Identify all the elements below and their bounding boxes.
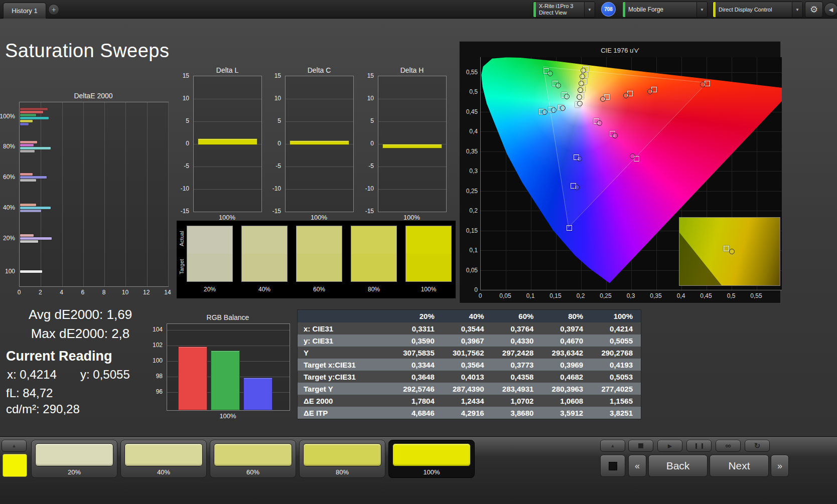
- grid-h: [286, 121, 353, 122]
- cie-xt: 0,55: [750, 292, 762, 299]
- tcell: 20%: [393, 312, 443, 320]
- grid-h: [286, 144, 353, 144]
- ax-x: 10: [122, 289, 128, 296]
- sw-label: 100%: [405, 286, 452, 293]
- deltae2000-y-axis: 100%80%60%40%20%100: [0, 102, 17, 286]
- de-group: [20, 141, 168, 153]
- dylab: 151050-5-10-15: [177, 66, 191, 220]
- table-row: ΔE 20001,78041,24341,07021,06081,1565: [298, 395, 641, 407]
- cie-xt: 0,05: [499, 292, 511, 299]
- settings-gear-button[interactable]: ⚙: [805, 2, 823, 18]
- chevron-down-icon[interactable]: ▼: [584, 2, 595, 17]
- grid-v: [62, 102, 63, 286]
- table-row: Y307,5835301,7562297,2428293,6342290,276…: [298, 347, 641, 359]
- tcell: Target y:CIE31: [298, 373, 393, 381]
- delta-chart-delta-c: Delta C151050-5-10-15100%: [269, 66, 353, 220]
- trow: 20%40%60%80%100%: [298, 310, 641, 322]
- cie-yt: 0,5: [462, 88, 478, 95]
- ax-y: 20%: [3, 235, 15, 242]
- dxlab: 100%: [193, 214, 261, 221]
- scroll-up-right-button[interactable]: ▲: [600, 440, 625, 452]
- tab-history-1[interactable]: History 1: [3, 3, 46, 19]
- play-button[interactable]: ▶: [657, 440, 682, 452]
- dtitle: Delta L: [193, 66, 261, 74]
- ax-y2: 98: [156, 373, 163, 380]
- chevron-down-icon[interactable]: ▼: [696, 2, 707, 17]
- ax-x: 8: [102, 289, 106, 296]
- skip-forward-button[interactable]: »: [771, 455, 789, 477]
- de-bar: [20, 210, 41, 212]
- next-button[interactable]: Next: [710, 455, 769, 477]
- dplot: [285, 76, 354, 212]
- skip-back-button[interactable]: «: [628, 455, 646, 477]
- pause-icon: [695, 443, 703, 449]
- rgb-bar: [243, 378, 272, 410]
- ax-y2: 15: [274, 72, 281, 79]
- sw-half: [297, 254, 342, 281]
- back-button[interactable]: Back: [648, 455, 708, 477]
- meter-selector[interactable]: X-Rite i1Pro 3 Direct View ▼: [533, 2, 595, 18]
- saturation-button-20%[interactable]: 20%: [31, 440, 117, 478]
- de-bar: [20, 173, 33, 176]
- de-bar: [20, 117, 49, 119]
- source-selector[interactable]: Mobile Forge ▼: [622, 2, 708, 18]
- tcell: ΔE 2000: [298, 397, 393, 405]
- ax-y2: 5: [186, 117, 189, 124]
- continuous-read-button[interactable]: ∞: [716, 440, 741, 452]
- de-bar: [20, 120, 33, 122]
- saturation-button-40%[interactable]: 40%: [120, 440, 207, 478]
- de-bar: [20, 123, 29, 125]
- dbar: [382, 144, 442, 148]
- ax-x: 12: [143, 289, 150, 296]
- deltae2000-x-axis: 02468101214: [19, 288, 168, 296]
- tcell: 0,4682: [541, 373, 591, 381]
- tcell: 283,4931: [492, 385, 542, 393]
- display-control-selector[interactable]: Direct Display Control ▼: [713, 2, 803, 18]
- rgb-balance-x-label: 100%: [167, 412, 289, 420]
- sw-half: [242, 226, 287, 254]
- add-tab-button[interactable]: +: [48, 4, 59, 15]
- tcell: 4,6846: [393, 409, 443, 417]
- pause-button[interactable]: [686, 440, 712, 452]
- current-reading-heading: Current Reading: [6, 349, 112, 364]
- ax-y2: -10: [181, 185, 189, 192]
- tcell: ΔE ITP: [298, 409, 393, 417]
- saturation-button-80%[interactable]: 80%: [299, 440, 385, 478]
- refresh-button[interactable]: ↻: [745, 440, 770, 452]
- sw-lbl: 60%: [210, 468, 296, 476]
- collapse-panel-button[interactable]: ◀: [824, 3, 837, 17]
- ax-y: 100: [5, 268, 15, 275]
- chevron-down-icon[interactable]: ▼: [792, 2, 802, 17]
- measurement-table: 20%40%60%80%100%x: CIE310,33110,35440,37…: [297, 309, 641, 419]
- de-bar: [20, 204, 36, 206]
- sw-half: [351, 254, 396, 281]
- tcell: 100%: [591, 312, 641, 320]
- measured-marker: [547, 71, 553, 76]
- de-bar: [20, 141, 37, 143]
- ax-x: 2: [39, 289, 42, 296]
- de-bar: [20, 111, 43, 113]
- grid-h: [286, 189, 353, 190]
- meter-label: X-Rite i1Pro 3 Direct View: [539, 3, 573, 16]
- meter-badge[interactable]: 708: [601, 2, 616, 17]
- tcell: 1,1565: [591, 397, 641, 405]
- sw-label: 20%: [187, 286, 233, 293]
- tcell: 0,4358: [492, 373, 542, 381]
- de-bar: [20, 144, 34, 146]
- tcell: 0,4193: [591, 361, 641, 369]
- stop-button[interactable]: [628, 440, 653, 452]
- ax-y2: -5: [184, 162, 189, 170]
- saturation-button-60%[interactable]: 60%: [210, 440, 296, 478]
- saturation-button-100%[interactable]: 100%: [388, 440, 475, 478]
- tcell: 0,3974: [541, 324, 591, 333]
- measured-marker: [577, 156, 582, 161]
- cie-xt: 0: [479, 292, 482, 299]
- measured-marker: [579, 81, 584, 86]
- tcell: 0,4330: [492, 337, 542, 345]
- sw-half: [187, 254, 232, 281]
- grid-h: [167, 330, 290, 330]
- grid-h: [194, 121, 261, 122]
- dplot: [193, 76, 262, 212]
- stop-measure-button[interactable]: [600, 455, 625, 477]
- grid-v: [41, 102, 41, 286]
